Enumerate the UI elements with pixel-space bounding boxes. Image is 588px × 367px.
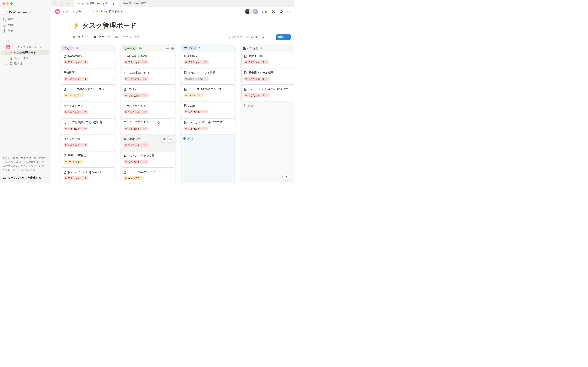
- board-card[interactable]: imgur アカウント情報まだやってない！: [181, 69, 235, 84]
- status-dot-icon: [65, 161, 67, 162]
- sidebar-item-settings[interactable]: 設定: [1, 28, 49, 34]
- kanban-board: こたつ10Notion整備できたぁぁ！！！画像処理できたぁぁ！！！リリース後のや…: [51, 41, 294, 184]
- assignee-badge[interactable]: フランク: [183, 46, 197, 50]
- board-column: フランク5仕様書作成できたぁぁ！！！imgur アカウント情報まだやってない！リ…: [180, 44, 236, 184]
- search-icon: [3, 17, 6, 21]
- view-tab-table[interactable]: テーブルビュー: [115, 33, 140, 41]
- add-view-icon[interactable]: [143, 35, 146, 39]
- board-card[interactable]: リリース後のやることリスト今やってる！: [181, 85, 235, 101]
- sidebar-item-search[interactable]: 検索: [1, 17, 49, 22]
- favorite-star-icon[interactable]: [279, 10, 283, 13]
- board-card[interactable]: [ハッカソン1日目深夜] 統合作業できたぁぁ！！！: [242, 85, 294, 101]
- more-options-icon[interactable]: [287, 10, 291, 13]
- allo-workspace-icon: ALLO: [55, 9, 60, 14]
- status-dot-icon: [125, 111, 127, 113]
- board-card[interactable]: 操作説明画像できたぁぁ！！！: [61, 135, 115, 151]
- card-title: アバター: [128, 88, 140, 91]
- board-card[interactable]: 録画機能実装できたぁぁ！！！: [121, 135, 175, 151]
- tab-task-board[interactable]: タスク管理ボード | 担当ごと: [74, 0, 119, 7]
- new-item-button[interactable]: 新規: [276, 34, 291, 40]
- card-title: [ハッカソン2日目] 作業フロー: [188, 121, 226, 124]
- sidebar-item-topaz-draft[interactable]: Topa'z 原稿: [1, 56, 49, 61]
- plus-icon: [243, 104, 246, 107]
- status-tag: 今やってる！: [64, 160, 84, 164]
- board-card[interactable]: [ハッカソン2日目] 作業フローできたぁぁ！！！: [181, 118, 235, 134]
- new-item-dropdown-icon[interactable]: [286, 34, 291, 40]
- board-card[interactable]: ビルにテクスチャつけるできたぁぁ！！！: [121, 152, 175, 167]
- board-card[interactable]: [ハッカソン2日目] 作業フローできたぁぁ！！！: [61, 168, 115, 184]
- board-card[interactable]: アバターにテクスチャつけるできたぁぁ！！！: [121, 118, 175, 134]
- board-card[interactable]: 発表用アピール概要できたぁぁ！！！: [242, 69, 294, 84]
- board-card[interactable]: アバターできたぁぁ！！！: [121, 85, 175, 101]
- assignee-badge[interactable]: こたつ: [62, 46, 74, 50]
- board-card[interactable]: ワールド軽くするできたぁぁ！！！: [121, 102, 175, 117]
- column-cards: 仕様書作成できたぁぁ！！！imgur アカウント情報まだやってない！リリース後の…: [181, 52, 235, 134]
- chevron-right-icon[interactable]: [6, 57, 8, 59]
- sidebar-item-minutes[interactable]: 議事録: [1, 61, 49, 66]
- board-card[interactable]: Topa'z 原稿できたぁぁ！！！: [242, 52, 294, 68]
- board-card[interactable]: BGM・SE探し今やってる！: [61, 152, 115, 167]
- workspace-switcher[interactable]: Fuki's notion: [1, 9, 49, 15]
- status-dot-icon: [125, 177, 127, 179]
- board-card[interactable]: PLATEAU SDKの構築できたぁぁ！！！: [121, 52, 175, 68]
- status-tag: できたぁぁ！！！: [244, 77, 269, 81]
- add-card-button[interactable]: 新規: [181, 135, 235, 142]
- minimize-window-button[interactable]: [7, 2, 9, 5]
- sort-button[interactable]: 並べ替え: [246, 35, 258, 39]
- status-dot-icon: [185, 61, 187, 63]
- board-card[interactable]: 仕様書作成できたぁぁ！！！: [181, 52, 235, 68]
- view-tab-by-progress[interactable]: 進捗ごと: [73, 33, 90, 41]
- chevron-right-icon[interactable]: [6, 63, 8, 65]
- edit-pencil-icon[interactable]: [161, 138, 167, 141]
- create-workspace-button[interactable]: ワークスペースを作成する: [3, 175, 48, 182]
- sidebar-section-share: シェア: [0, 40, 50, 43]
- board-card[interactable]: リリース後のやることリスト今やってる！: [121, 168, 175, 184]
- clock-history-icon[interactable]: [272, 10, 275, 13]
- column-more-icon[interactable]: [166, 47, 169, 50]
- assignee-badge[interactable]: しかやん: [123, 46, 137, 50]
- board-card[interactable]: ビルにColliderつけるできたぁぁ！！！: [121, 69, 175, 84]
- search-icon[interactable]: [262, 35, 265, 39]
- card-more-icon[interactable]: [168, 138, 174, 141]
- tab-presentation-summary[interactable]: 発表用アピール概要: [119, 0, 151, 7]
- column-card-count: 10: [139, 47, 142, 50]
- sidebar-item-hackathon-workspace[interactable]: ALLO ハックツハッカソン ア...: [1, 44, 49, 50]
- breadcrumb-root[interactable]: ハックツハッカソン: [61, 10, 87, 13]
- bell-icon: [3, 23, 6, 27]
- view-more-icon[interactable]: [269, 35, 272, 39]
- board-card[interactable]: リリース後のやることリスト今やってる！: [61, 85, 115, 101]
- column-cards: Topa'z 原稿できたぁぁ！！！発表用アピール概要できたぁぁ！！！[ハッカソン…: [242, 52, 294, 101]
- view-tab-label: 担当ごと: [99, 35, 110, 39]
- sidebar-item-task-board[interactable]: タスク管理ボード: [1, 50, 49, 55]
- chevron-down-icon[interactable]: [3, 46, 5, 48]
- nav-back-icon[interactable]: [53, 0, 59, 7]
- card-title: 発表用アピール概要: [249, 71, 273, 75]
- board-card[interactable]: カメラで写真撮ってるっぽい枠できたぁぁ！！！: [61, 118, 115, 134]
- lightning-icon: [73, 22, 80, 29]
- board-card[interactable]: Notion整備できたぁぁ！！！: [61, 52, 115, 68]
- share-button[interactable]: 共有: [262, 10, 268, 13]
- new-item-label[interactable]: 新規: [276, 34, 286, 40]
- help-button[interactable]: ?: [283, 173, 290, 180]
- add-card-button[interactable]: 新規: [242, 102, 294, 108]
- column-title[interactable]: 担当なし: [243, 47, 259, 50]
- status-dot-icon: [125, 128, 127, 129]
- breadcrumb-current[interactable]: タスク管理ボード: [101, 10, 123, 13]
- new-tab-icon[interactable]: [65, 0, 71, 7]
- board-card[interactable]: 画像処理できたぁぁ！！！: [61, 69, 115, 84]
- breadcrumb-ellipsis[interactable]: ...: [88, 10, 91, 13]
- sidebar-item-notifications[interactable]: 通知: [1, 22, 49, 28]
- chevron-right-icon[interactable]: [6, 52, 8, 54]
- nav-forward-icon[interactable]: [59, 0, 65, 7]
- board-card[interactable]: Azureできたぁぁ！！！: [181, 102, 235, 117]
- close-window-button[interactable]: [2, 2, 5, 5]
- sidebar-collapse-icon[interactable]: [45, 1, 48, 5]
- column-add-icon[interactable]: [171, 47, 174, 50]
- zoom-window-button[interactable]: [10, 2, 13, 5]
- board-card[interactable]: タイトルシーンできたぁぁ！！！: [61, 102, 115, 117]
- avatar[interactable]: 潤: [253, 9, 258, 14]
- guest-notice: あなたは現在ゲストです。すべてのワークスペースページを表示するには、管理者にメン…: [3, 156, 48, 171]
- column-header: こたつ10: [61, 44, 115, 52]
- filter-button[interactable]: フィルター: [228, 35, 242, 39]
- view-tab-by-assignee[interactable]: 担当ごと: [94, 33, 111, 41]
